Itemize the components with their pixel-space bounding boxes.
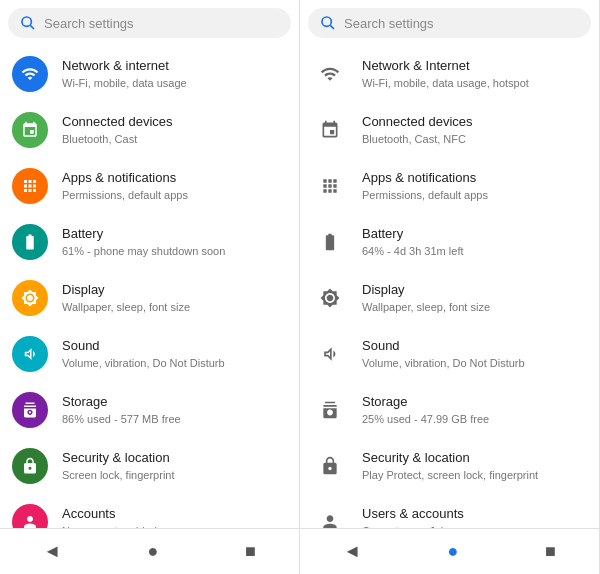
right-item-users[interactable]: Users & accounts Current user: John [300,494,599,528]
storage-text: Storage 86% used - 577 MB free [62,394,287,426]
left-item-storage[interactable]: Storage 86% used - 577 MB free [0,382,299,438]
right-sound-icon [312,336,348,372]
right-apps-subtitle: Permissions, default apps [362,188,587,202]
network-text: Network & internet Wi-Fi, mobile, data u… [62,58,287,90]
network-icon [12,56,48,92]
right-apps-text: Apps & notifications Permissions, defaul… [362,170,587,202]
svg-point-2 [322,17,331,26]
right-connected-title: Connected devices [362,114,587,131]
right-storage-title: Storage [362,394,587,411]
connected-subtitle: Bluetooth, Cast [62,132,287,146]
right-storage-text: Storage 25% used - 47.99 GB free [362,394,587,426]
right-battery-title: Battery [362,226,587,243]
right-item-battery[interactable]: Battery 64% - 4d 3h 31m left [300,214,599,270]
left-recent-button[interactable]: ■ [233,537,268,566]
left-item-connected[interactable]: Connected devices Bluetooth, Cast [0,102,299,158]
right-security-title: Security & location [362,450,587,467]
right-display-subtitle: Wallpaper, sleep, font size [362,300,587,314]
right-battery-subtitle: 64% - 4d 3h 31m left [362,244,587,258]
connected-icon [12,112,48,148]
right-search-icon [320,15,336,31]
security-subtitle: Screen lock, fingerprint [62,468,287,482]
left-item-network[interactable]: Network & internet Wi-Fi, mobile, data u… [0,46,299,102]
right-connected-subtitle: Bluetooth, Cast, NFC [362,132,587,146]
battery-subtitle: 61% - phone may shutdown soon [62,244,287,258]
left-home-button[interactable]: ● [136,537,171,566]
svg-line-1 [30,25,34,29]
right-search-placeholder: Search settings [344,16,434,31]
left-item-apps[interactable]: Apps & notifications Permissions, defaul… [0,158,299,214]
left-back-button[interactable]: ◄ [31,537,73,566]
apps-text: Apps & notifications Permissions, defaul… [62,170,287,202]
right-recent-button[interactable]: ■ [533,537,568,566]
left-panel: Search settings Network & internet Wi-Fi… [0,0,300,574]
connected-text: Connected devices Bluetooth, Cast [62,114,287,146]
right-item-sound[interactable]: Sound Volume, vibration, Do Not Disturb [300,326,599,382]
right-battery-text: Battery 64% - 4d 3h 31m left [362,226,587,258]
display-title: Display [62,282,287,299]
search-icon [20,15,36,31]
right-storage-icon [312,392,348,428]
svg-point-0 [22,17,31,26]
sound-title: Sound [62,338,287,355]
battery-icon [12,224,48,260]
sound-subtitle: Volume, vibration, Do Not Disturb [62,356,287,370]
right-panel: Search settings Network & Internet Wi-Fi… [300,0,600,574]
right-network-text: Network & Internet Wi-Fi, mobile, data u… [362,58,587,90]
right-security-subtitle: Play Protect, screen lock, fingerprint [362,468,587,482]
accounts-title: Accounts [62,506,287,523]
apps-subtitle: Permissions, default apps [62,188,287,202]
left-settings-list: Network & internet Wi-Fi, mobile, data u… [0,46,299,528]
right-storage-subtitle: 25% used - 47.99 GB free [362,412,587,426]
right-connected-text: Connected devices Bluetooth, Cast, NFC [362,114,587,146]
right-connected-icon [312,112,348,148]
right-users-title: Users & accounts [362,506,587,523]
right-search-bar[interactable]: Search settings [308,8,591,38]
right-apps-title: Apps & notifications [362,170,587,187]
sound-icon [12,336,48,372]
accounts-icon [12,504,48,528]
right-item-connected[interactable]: Connected devices Bluetooth, Cast, NFC [300,102,599,158]
left-item-battery[interactable]: Battery 61% - phone may shutdown soon [0,214,299,270]
right-network-subtitle: Wi-Fi, mobile, data usage, hotspot [362,76,587,90]
security-title: Security & location [62,450,287,467]
right-home-button[interactable]: ● [436,537,471,566]
display-subtitle: Wallpaper, sleep, font size [62,300,287,314]
right-item-security[interactable]: Security & location Play Protect, screen… [300,438,599,494]
right-item-network[interactable]: Network & Internet Wi-Fi, mobile, data u… [300,46,599,102]
right-settings-list: Network & Internet Wi-Fi, mobile, data u… [300,46,599,528]
right-back-button[interactable]: ◄ [331,537,373,566]
network-subtitle: Wi-Fi, mobile, data usage [62,76,287,90]
right-item-apps[interactable]: Apps & notifications Permissions, defaul… [300,158,599,214]
storage-subtitle: 86% used - 577 MB free [62,412,287,426]
battery-text: Battery 61% - phone may shutdown soon [62,226,287,258]
connected-title: Connected devices [62,114,287,131]
right-display-text: Display Wallpaper, sleep, font size [362,282,587,314]
left-item-accounts[interactable]: Accounts No accounts added [0,494,299,528]
right-item-storage[interactable]: Storage 25% used - 47.99 GB free [300,382,599,438]
apps-icon [12,168,48,204]
left-item-sound[interactable]: Sound Volume, vibration, Do Not Disturb [0,326,299,382]
right-users-text: Users & accounts Current user: John [362,506,587,528]
display-icon [12,280,48,316]
left-search-placeholder: Search settings [44,16,134,31]
right-security-icon [312,448,348,484]
right-display-title: Display [362,282,587,299]
left-item-display[interactable]: Display Wallpaper, sleep, font size [0,270,299,326]
right-display-icon [312,280,348,316]
network-title: Network & internet [62,58,287,75]
right-sound-title: Sound [362,338,587,355]
right-users-icon [312,504,348,528]
right-network-title: Network & Internet [362,58,587,75]
left-item-security[interactable]: Security & location Screen lock, fingerp… [0,438,299,494]
right-security-text: Security & location Play Protect, screen… [362,450,587,482]
sound-text: Sound Volume, vibration, Do Not Disturb [62,338,287,370]
security-text: Security & location Screen lock, fingerp… [62,450,287,482]
right-sound-subtitle: Volume, vibration, Do Not Disturb [362,356,587,370]
right-battery-icon [312,224,348,260]
left-search-bar[interactable]: Search settings [8,8,291,38]
right-item-display[interactable]: Display Wallpaper, sleep, font size [300,270,599,326]
right-network-icon [312,56,348,92]
security-icon [12,448,48,484]
right-nav-bar: ◄ ● ■ [300,528,599,574]
